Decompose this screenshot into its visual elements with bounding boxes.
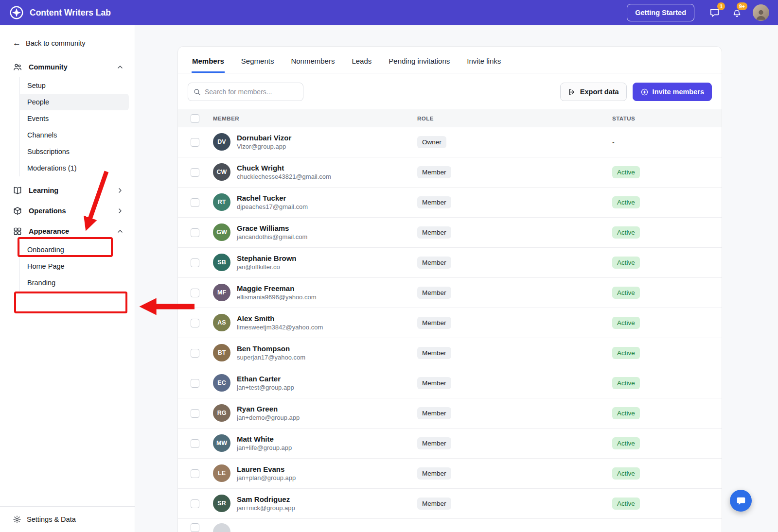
member-cell[interactable]: MF Maggie Freeman ellismania9696@yahoo.c… xyxy=(213,284,417,302)
role-badge: Member xyxy=(417,377,451,389)
sidebar-item[interactable]: Setup xyxy=(20,77,129,94)
member-email: jancandothis@gmail.com xyxy=(237,233,307,241)
member-cell[interactable]: GW Grace Williams jancandothis@gmail.com xyxy=(213,223,417,241)
member-name: Ben Thompson xyxy=(237,344,305,354)
member-name: Ethan Carter xyxy=(237,374,294,384)
tab[interactable]: Pending invitations xyxy=(388,56,450,73)
invite-members-button[interactable]: Invite members xyxy=(633,83,712,101)
row-checkbox[interactable] xyxy=(191,409,199,418)
member-avatar: MW xyxy=(213,434,230,452)
invite-label: Invite members xyxy=(653,88,704,96)
sidebar-item[interactable]: Home Page xyxy=(20,258,129,275)
select-all-checkbox[interactable] xyxy=(191,114,199,123)
sidebar-group-operations-header[interactable]: Operations xyxy=(0,201,135,221)
member-cell[interactable]: BT Ben Thompson superjan17@yahoo.com xyxy=(213,344,417,362)
member-name: Ryan Green xyxy=(237,404,300,414)
role-badge: Member xyxy=(417,226,451,239)
sidebar-item[interactable]: Branding xyxy=(20,275,129,291)
sidebar-group-operations: Operations xyxy=(0,201,135,221)
back-to-community-link[interactable]: ← Back to community xyxy=(0,37,135,57)
operations-icon xyxy=(13,206,22,216)
sidebar: ← Back to community Community xyxy=(0,25,135,532)
tab[interactable]: Invite links xyxy=(466,56,501,73)
sidebar-group-appearance: Appearance Onboarding Home Page Branding xyxy=(0,221,135,291)
row-checkbox[interactable] xyxy=(191,499,199,508)
chevron-up-icon[interactable] xyxy=(116,227,124,235)
member-cell[interactable]: SR Sam Rodriguez jan+nick@group.app xyxy=(213,495,417,513)
sidebar-group-appearance-items: Onboarding Home Page Branding xyxy=(19,241,129,291)
topbar: Content Writers Lab Getting Started 1 9+ xyxy=(0,0,778,25)
row-checkbox[interactable] xyxy=(191,469,199,478)
row-checkbox[interactable] xyxy=(191,379,199,388)
topbar-right: Getting Started 1 9+ xyxy=(627,4,769,21)
member-cell[interactable]: CW Chuck Wright chuckiechesse43821@gmail… xyxy=(213,163,417,181)
member-email: jan+nick@group.app xyxy=(237,504,295,513)
sidebar-group-label: Appearance xyxy=(29,227,110,235)
chevron-right-icon[interactable] xyxy=(116,187,124,194)
status-badge: Active xyxy=(612,166,640,178)
sidebar-group-label: Community xyxy=(29,63,110,71)
settings-and-data-link[interactable]: Settings & Data xyxy=(0,506,135,532)
member-cell[interactable]: DV Dornubari Vizor Vizor@group.app xyxy=(213,133,417,151)
member-name: Maggie Freeman xyxy=(237,284,317,293)
status-badge: Active xyxy=(612,407,640,419)
chat-launcher-button[interactable] xyxy=(730,490,752,512)
tab[interactable]: Members xyxy=(192,56,225,73)
notifications-button[interactable]: 9+ xyxy=(730,6,743,19)
member-cell[interactable]: MW Matt White jan+life@group.app xyxy=(213,434,417,452)
tab[interactable]: Nonmembers xyxy=(290,56,335,73)
table-controls: Export data Invite members xyxy=(178,73,722,109)
member-cell[interactable]: RT Rachel Tucker djpeaches17@gmail.com xyxy=(213,193,417,211)
row-checkbox[interactable] xyxy=(191,289,199,297)
sidebar-item[interactable]: Moderations (1) xyxy=(20,160,129,176)
export-data-button[interactable]: Export data xyxy=(560,83,627,101)
sidebar-item[interactable]: People xyxy=(20,94,129,110)
table-row: SB Stephanie Brown jan@offkilter.co Memb… xyxy=(178,248,722,278)
row-checkbox[interactable] xyxy=(191,319,199,327)
search-input[interactable] xyxy=(188,83,303,101)
messages-button[interactable]: 1 xyxy=(708,6,721,19)
sidebar-group-appearance-header[interactable]: Appearance xyxy=(0,221,135,241)
tab[interactable]: Segments xyxy=(241,56,275,73)
app-logo-icon xyxy=(9,5,24,20)
member-email: djpeaches17@gmail.com xyxy=(237,203,308,211)
member-avatar xyxy=(213,523,230,532)
table-row: GW Grace Williams jancandothis@gmail.com… xyxy=(178,218,722,248)
tab[interactable]: Leads xyxy=(351,56,372,73)
user-avatar[interactable] xyxy=(753,4,769,21)
status-badge: Active xyxy=(612,347,640,359)
member-cell[interactable]: EC Ethan Carter jan+test@group.app xyxy=(213,374,417,392)
member-avatar: AS xyxy=(213,314,230,331)
community-icon xyxy=(13,62,22,72)
member-avatar: CW xyxy=(213,163,230,181)
sidebar-item[interactable]: Channels xyxy=(20,127,129,143)
search-input-wrap xyxy=(188,83,303,101)
sidebar-group-learning-header[interactable]: Learning xyxy=(0,180,135,201)
row-checkbox[interactable] xyxy=(191,198,199,207)
row-checkbox[interactable] xyxy=(191,228,199,237)
role-badge: Member xyxy=(417,196,451,208)
member-cell[interactable]: RG Ryan Green jan+demo@group.app xyxy=(213,404,417,422)
sidebar-item[interactable]: Events xyxy=(20,110,129,127)
sidebar-item[interactable]: Onboarding xyxy=(20,241,129,258)
member-cell[interactable]: AS Alex Smith limesweetjm3842@yahoo.com xyxy=(213,314,417,332)
chevron-right-icon[interactable] xyxy=(116,207,124,215)
member-avatar: SB xyxy=(213,254,230,271)
row-checkbox[interactable] xyxy=(191,138,199,147)
member-avatar: RT xyxy=(213,193,230,211)
table-row: RT Rachel Tucker djpeaches17@gmail.com M… xyxy=(178,188,722,218)
row-checkbox[interactable] xyxy=(191,349,199,358)
getting-started-button[interactable]: Getting Started xyxy=(627,4,694,21)
role-badge: Member xyxy=(417,347,451,359)
sidebar-group-community-header[interactable]: Community xyxy=(0,57,135,77)
sidebar-item[interactable]: Subscriptions xyxy=(20,143,129,160)
column-header-status: STATUS xyxy=(612,116,722,121)
row-checkbox[interactable] xyxy=(191,523,199,532)
chevron-up-icon[interactable] xyxy=(116,63,124,71)
member-cell[interactable]: LE Lauren Evans jan+plan@group.app xyxy=(213,464,417,482)
row-checkbox[interactable] xyxy=(191,439,199,448)
row-checkbox[interactable] xyxy=(191,168,199,177)
row-checkbox[interactable] xyxy=(191,258,199,267)
member-cell[interactable]: SB Stephanie Brown jan@offkilter.co xyxy=(213,254,417,272)
column-header-member: MEMBER xyxy=(213,116,417,121)
